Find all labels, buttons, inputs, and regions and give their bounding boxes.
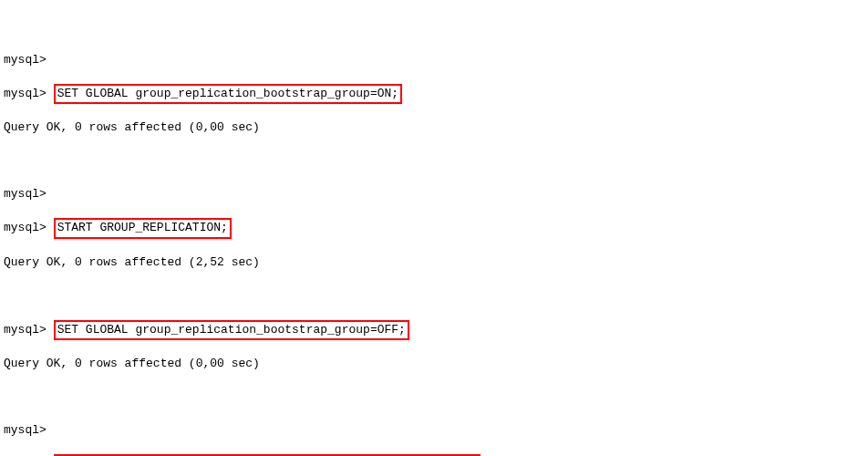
prompt: mysql>: [4, 87, 46, 100]
result-ok: Query OK, 0 rows affected (0,00 sec): [4, 356, 864, 372]
blank: [4, 287, 864, 304]
blank: [4, 153, 864, 170]
prompt-line: mysql>: [4, 186, 864, 202]
blank: [4, 389, 864, 405]
prompt: mysql>: [4, 221, 46, 234]
prompt-line: mysql>: [4, 422, 864, 439]
cmd-bootstrap-off-line: mysql> SET GLOBAL group_replication_boot…: [4, 321, 864, 339]
result-ok: Query OK, 0 rows affected (0,00 sec): [4, 119, 864, 136]
highlight-cmd-start-repl: START GROUP_REPLICATION;: [54, 218, 232, 238]
result-ok: Query OK, 0 rows affected (2,52 sec): [4, 254, 864, 271]
cmd-start-repl-line: mysql> START GROUP_REPLICATION;: [4, 219, 864, 237]
prompt: mysql>: [4, 323, 46, 337]
highlight-cmd-bootstrap-on: SET GLOBAL group_replication_bootstrap_g…: [54, 84, 402, 104]
prompt-line: mysql>: [4, 52, 864, 68]
highlight-cmd-bootstrap-off: SET GLOBAL group_replication_bootstrap_g…: [54, 320, 409, 340]
cmd-bootstrap-on-line: mysql> SET GLOBAL group_replication_boot…: [4, 85, 864, 103]
